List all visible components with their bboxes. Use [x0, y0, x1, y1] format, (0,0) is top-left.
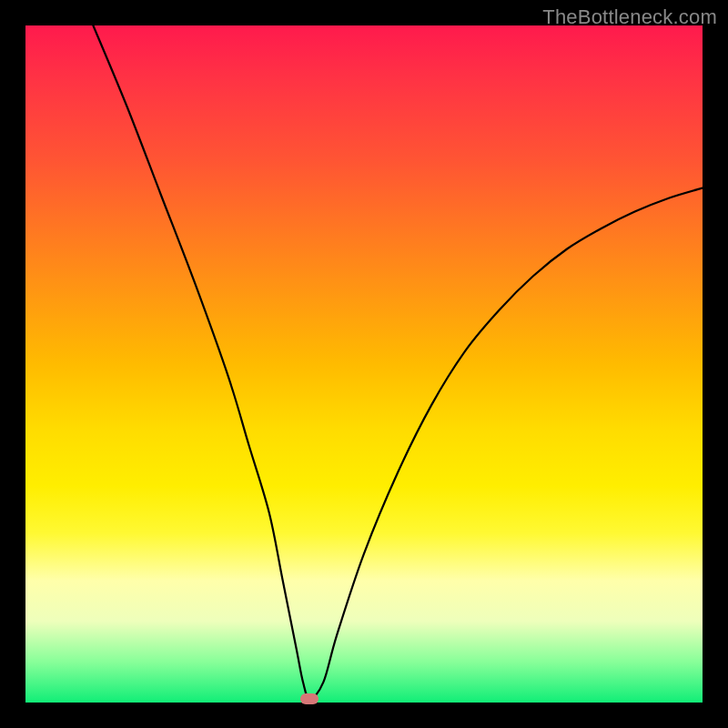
watermark-text: TheBottleneck.com: [542, 5, 717, 29]
bottleneck-curve: [25, 25, 703, 703]
chart-container: TheBottleneck.com: [0, 0, 728, 728]
plot-area: [25, 25, 703, 703]
valley-marker: [300, 693, 318, 704]
